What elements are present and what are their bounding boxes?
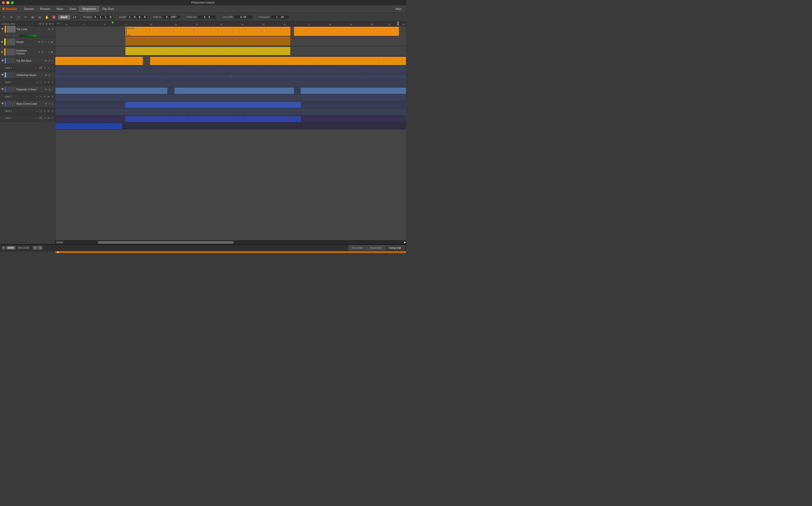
menu-browser[interactable]: Browser [37,6,54,11]
mute-tool[interactable]: 🔇 [51,15,57,20]
expander-wave[interactable]: ~ [52,88,54,91]
edit-playhead[interactable] [57,251,59,253]
vocals-s[interactable]: S [41,40,44,43]
vocals-clip1[interactable] [125,47,290,55]
vocals-play[interactable]: ▶ [51,40,54,43]
basschordlead-m[interactable]: M [44,102,47,105]
basschordlead-lane3-rec[interactable]: ● [36,110,37,112]
expand-vocals[interactable] [1,41,3,43]
scrollbar-thumb[interactable] [98,241,234,244]
basschordlead-lane3-arrow[interactable]: ▾ [44,110,46,112]
pencil-tool[interactable]: ✏ [9,15,14,20]
hwfortress-m[interactable]: M [38,51,41,53]
glistening-lane-x[interactable]: X [51,81,54,84]
length-value[interactable]: 2. 0. 0. 0 [127,15,147,19]
toploop-rec-clip[interactable] [125,36,290,46]
glistening-m[interactable]: M [44,74,47,76]
tab-vocal-edit[interactable]: Vocal Edit [366,245,385,250]
expander-s[interactable]: S [48,88,51,91]
basschordlead-wave[interactable]: ~ [52,102,54,105]
basschordlead-lane3-m[interactable]: M [47,109,50,112]
edit-snap-btn[interactable]: SNAP [6,246,15,249]
h-scrollbar[interactable]: ▶ [55,240,406,244]
glistening-lane-arrow[interactable]: ▾ [44,81,46,83]
fat80s-s[interactable]: S [48,59,51,62]
hwfortress-play[interactable]: ▶ [51,51,54,53]
transpose-value[interactable]: 2. 20 [271,15,289,19]
eraser-tool[interactable]: ◻ [16,15,21,20]
hwfortress-wave[interactable]: ~ [45,51,47,53]
menu-fliprack[interactable]: Flip Rack [99,6,117,11]
fat80s-lane-note[interactable]: A2 [38,66,43,69]
more-icon[interactable]: ▾ [53,22,54,25]
fadeout-value[interactable]: 0. 0 [197,15,216,19]
vocals-m[interactable]: M [38,40,41,43]
fadein-value[interactable]: 0. 180° [162,15,181,19]
grid-dropdown[interactable]: Grid (1/16) [16,246,31,249]
menu-help[interactable]: Help [392,6,404,11]
hwfortress-s[interactable]: S [41,51,44,53]
glistening-lane-rec[interactable]: ● [36,81,37,83]
expander-lane-m[interactable]: M [47,95,50,98]
glistening-lane-m[interactable]: M [47,81,50,84]
toploop-mute-icon[interactable]: ○ [9,34,10,37]
zoom-out-tool[interactable]: ⊖ [37,15,42,20]
level-value[interactable]: 4.99 [234,15,253,19]
glistening-s[interactable]: S [48,74,51,76]
razor-tool[interactable]: ✂ [23,15,28,20]
menu-rack[interactable]: Rack [67,6,79,11]
basschordlead-clip1[interactable] [55,123,122,129]
edit-layout-btn1[interactable]: ⊞ [33,246,37,250]
fat80s-lane-arrow[interactable]: ▾ [44,67,46,69]
close-button[interactable] [2,1,5,4]
glistening-clip3[interactable] [301,88,406,94]
position-value[interactable]: 9. 2. 1. 0 [93,15,113,19]
expand-hwfortress[interactable] [1,51,3,53]
menu-devices[interactable]: Devices [21,6,37,11]
toploop-m[interactable]: M [48,28,50,30]
edit-layout-btn2[interactable]: ⊟ [38,246,42,250]
expand-toploop[interactable] [1,28,4,30]
fat80s-m[interactable]: M [44,59,47,62]
basschordlead-lane1-arrow[interactable]: ▾ [44,117,46,119]
expand-expander[interactable] [1,88,4,90]
toploop-clip2[interactable] [294,27,399,36]
tab-slice-edit[interactable]: Slice Edit [348,245,366,250]
pointer-tool[interactable]: ↖ [2,15,7,20]
fat80s-lane-x[interactable]: X [51,67,54,69]
zoom-in-tool[interactable]: ⊕ [30,15,35,20]
expander-lane-rec[interactable]: ● [36,95,37,98]
glistening-clip1[interactable] [55,88,167,94]
basschordlead-lane3-x[interactable]: X [51,109,54,112]
hwfortress-clip2[interactable] [150,57,406,65]
hwfortress-rec[interactable]: ● [48,51,50,53]
maximize-button[interactable] [11,1,14,4]
expand-basschordlead[interactable] [1,103,4,105]
basschordlead-lane1-m[interactable]: M [47,116,50,119]
minimize-button[interactable] [6,1,9,4]
expander-m[interactable]: M [44,88,47,91]
toploop-s[interactable]: S [51,28,54,30]
basschordlead-lane1-x[interactable]: X [51,116,54,119]
scroll-right-btn[interactable]: ▶ [404,241,406,244]
glistening-wave[interactable]: ~ [52,74,54,76]
menu-mixer[interactable]: Mixer [54,6,66,11]
snap-button[interactable]: SNAP [58,15,70,19]
menu-sequencer[interactable]: Sequencer [79,6,99,12]
glistening-clip2[interactable] [174,88,294,94]
expander-lane-arrow[interactable]: ▾ [44,95,46,98]
hand-tool[interactable]: ✋ [44,15,50,20]
vocals-wave[interactable]: ~ [45,40,47,43]
basschordlead-clip3[interactable] [125,116,301,122]
toploop-clip1[interactable]: Top Loop [125,27,290,36]
basschordlead-lane1-rec[interactable]: ● [36,117,37,119]
expander-lane-x[interactable]: X [51,95,54,98]
tab-comp-edit[interactable]: Comp Edit [385,245,404,250]
window-controls[interactable] [2,1,14,4]
fat80s-lane-rec[interactable]: ● [36,67,37,69]
close-edit-panel[interactable]: × [1,246,5,250]
quantize-dropdown[interactable]: 1/4 [72,15,78,19]
hwfortress-clip1[interactable] [55,57,143,65]
basschordlead-s[interactable]: S [48,102,51,105]
vocals-rec[interactable]: ● [48,40,50,43]
